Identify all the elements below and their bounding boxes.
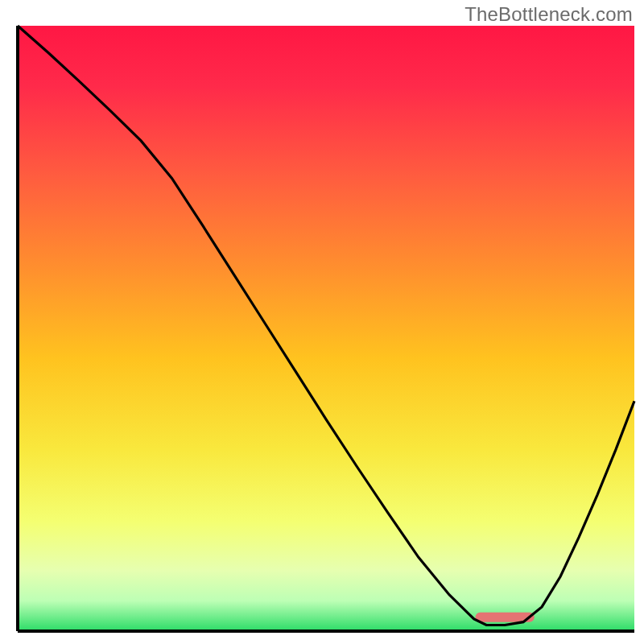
- gradient-background: [18, 26, 634, 631]
- bottleneck-chart: [0, 0, 644, 644]
- watermark-text: TheBottleneck.com: [464, 3, 633, 26]
- chart-container: { "watermark": "TheBottleneck.com", "bac…: [0, 0, 644, 644]
